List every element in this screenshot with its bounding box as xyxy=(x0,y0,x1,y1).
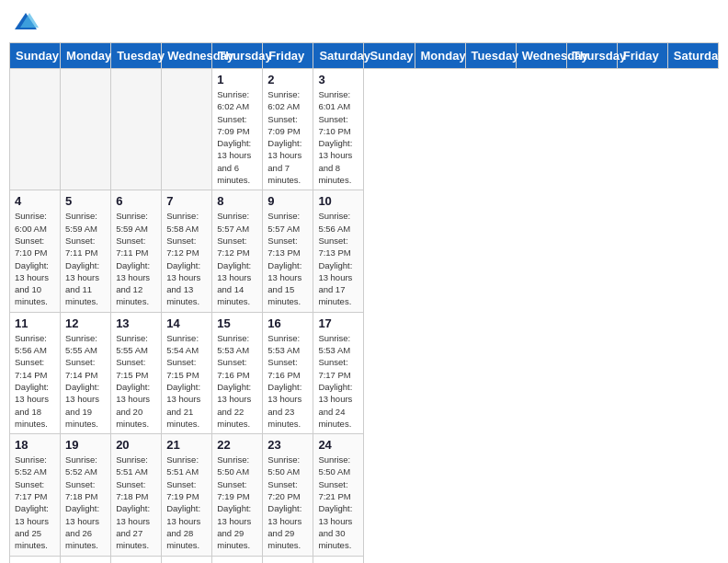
calendar-week-row: 18Sunrise: 5:52 AM Sunset: 7:17 PM Dayli… xyxy=(10,434,719,556)
cell-details: Sunrise: 5:55 AM Sunset: 7:15 PM Dayligh… xyxy=(116,332,156,430)
day-number: 17 xyxy=(318,316,358,330)
cell-details: Sunrise: 6:02 AM Sunset: 7:09 PM Dayligh… xyxy=(267,88,308,186)
cell-details: Sunrise: 5:53 AM Sunset: 7:17 PM Dayligh… xyxy=(318,332,358,430)
day-number: 10 xyxy=(318,194,358,208)
cell-details: Sunrise: 5:59 AM Sunset: 7:11 PM Dayligh… xyxy=(65,210,106,307)
calendar-cell: 11Sunrise: 5:56 AM Sunset: 7:14 PM Dayli… xyxy=(10,312,61,433)
cell-details: Sunrise: 5:56 AM Sunset: 7:13 PM Dayligh… xyxy=(318,210,358,307)
cell-details: Sunrise: 5:50 AM Sunset: 7:20 PM Dayligh… xyxy=(267,454,308,551)
cell-details: Sunrise: 5:59 AM Sunset: 7:11 PM Dayligh… xyxy=(116,210,156,307)
day-number: 4 xyxy=(15,194,55,208)
calendar-table: SundayMondayTuesdayWednesdayThursdayFrid… xyxy=(9,42,719,563)
calendar-week-row: 4Sunrise: 6:00 AM Sunset: 7:10 PM Daylig… xyxy=(10,190,719,312)
cell-details: Sunrise: 5:52 AM Sunset: 7:17 PM Dayligh… xyxy=(15,454,55,551)
cell-details: Sunrise: 5:52 AM Sunset: 7:18 PM Dayligh… xyxy=(65,454,106,551)
cell-details: Sunrise: 5:58 AM Sunset: 7:12 PM Dayligh… xyxy=(166,210,207,307)
calendar-cell: 14Sunrise: 5:54 AM Sunset: 7:15 PM Dayli… xyxy=(162,312,212,433)
calendar-cell xyxy=(111,69,162,190)
logo-icon xyxy=(13,9,39,35)
calendar-cell xyxy=(10,69,61,190)
day-number: 30 xyxy=(267,560,308,564)
calendar-cell: 13Sunrise: 5:55 AM Sunset: 7:15 PM Dayli… xyxy=(111,312,162,433)
day-number: 22 xyxy=(217,438,257,452)
calendar-cell: 27Sunrise: 5:49 AM Sunset: 7:22 PM Dayli… xyxy=(111,556,162,563)
day-header-thursday: Thursday xyxy=(566,43,617,69)
calendar-cell: 8Sunrise: 5:57 AM Sunset: 7:12 PM Daylig… xyxy=(212,190,263,312)
day-header-wednesday: Wednesday xyxy=(162,43,212,69)
calendar-cell: 28Sunrise: 5:49 AM Sunset: 7:23 PM Dayli… xyxy=(162,556,212,563)
calendar-cell: 12Sunrise: 5:55 AM Sunset: 7:14 PM Dayli… xyxy=(61,312,111,433)
day-header-tuesday: Tuesday xyxy=(465,43,516,69)
cell-details: Sunrise: 5:57 AM Sunset: 7:12 PM Dayligh… xyxy=(217,210,257,307)
calendar-cell: 16Sunrise: 5:53 AM Sunset: 7:16 PM Dayli… xyxy=(263,312,313,433)
day-header-saturday: Saturday xyxy=(667,43,718,69)
calendar-cell: 5Sunrise: 5:59 AM Sunset: 7:11 PM Daylig… xyxy=(61,190,111,312)
cell-details: Sunrise: 6:00 AM Sunset: 7:10 PM Dayligh… xyxy=(15,210,55,307)
cell-details: Sunrise: 5:54 AM Sunset: 7:15 PM Dayligh… xyxy=(166,332,207,430)
day-number: 29 xyxy=(217,560,257,564)
calendar-cell: 3Sunrise: 6:01 AM Sunset: 7:10 PM Daylig… xyxy=(313,69,364,190)
day-number: 31 xyxy=(318,560,358,564)
calendar-cell: 2Sunrise: 6:02 AM Sunset: 7:09 PM Daylig… xyxy=(263,69,313,190)
calendar-cell: 6Sunrise: 5:59 AM Sunset: 7:11 PM Daylig… xyxy=(111,190,162,312)
calendar-cell: 30Sunrise: 5:48 AM Sunset: 7:23 PM Dayli… xyxy=(263,556,313,563)
calendar-cell: 25Sunrise: 5:49 AM Sunset: 7:21 PM Dayli… xyxy=(10,556,61,563)
day-number: 9 xyxy=(267,194,308,208)
day-number: 14 xyxy=(166,316,207,330)
cell-details: Sunrise: 5:51 AM Sunset: 7:19 PM Dayligh… xyxy=(166,454,207,551)
day-number: 20 xyxy=(116,438,156,452)
day-header-monday: Monday xyxy=(415,43,465,69)
day-number: 5 xyxy=(65,194,106,208)
calendar-cell xyxy=(162,69,212,190)
cell-details: Sunrise: 5:50 AM Sunset: 7:19 PM Dayligh… xyxy=(217,454,257,551)
cell-details: Sunrise: 5:50 AM Sunset: 7:21 PM Dayligh… xyxy=(318,454,358,551)
day-number: 7 xyxy=(166,194,207,208)
calendar-cell: 23Sunrise: 5:50 AM Sunset: 7:20 PM Dayli… xyxy=(263,434,313,556)
cell-details: Sunrise: 6:01 AM Sunset: 7:10 PM Dayligh… xyxy=(318,88,358,186)
day-number: 24 xyxy=(318,438,358,452)
calendar-cell: 17Sunrise: 5:53 AM Sunset: 7:17 PM Dayli… xyxy=(313,312,364,433)
day-header-thursday: Thursday xyxy=(212,43,263,69)
calendar-cell: 10Sunrise: 5:56 AM Sunset: 7:13 PM Dayli… xyxy=(313,190,364,312)
calendar-cell: 26Sunrise: 5:49 AM Sunset: 7:22 PM Dayli… xyxy=(61,556,111,563)
day-header-friday: Friday xyxy=(617,43,667,69)
calendar-cell: 1Sunrise: 6:02 AM Sunset: 7:09 PM Daylig… xyxy=(212,69,263,190)
cell-details: Sunrise: 5:56 AM Sunset: 7:14 PM Dayligh… xyxy=(15,332,55,430)
calendar-cell: 15Sunrise: 5:53 AM Sunset: 7:16 PM Dayli… xyxy=(212,312,263,433)
calendar-cell: 19Sunrise: 5:52 AM Sunset: 7:18 PM Dayli… xyxy=(61,434,111,556)
day-header-sunday: Sunday xyxy=(364,43,415,69)
day-number: 23 xyxy=(267,438,308,452)
calendar-cell: 20Sunrise: 5:51 AM Sunset: 7:18 PM Dayli… xyxy=(111,434,162,556)
cell-details: Sunrise: 5:53 AM Sunset: 7:16 PM Dayligh… xyxy=(217,332,257,430)
day-number: 26 xyxy=(65,560,106,564)
calendar-cell: 31Sunrise: 5:48 AM Sunset: 7:24 PM Dayli… xyxy=(313,556,364,563)
cell-details: Sunrise: 6:02 AM Sunset: 7:09 PM Dayligh… xyxy=(217,88,257,186)
day-number: 15 xyxy=(217,316,257,330)
day-number: 12 xyxy=(65,316,106,330)
calendar-header-row: SundayMondayTuesdayWednesdayThursdayFrid… xyxy=(10,43,719,69)
page-header xyxy=(9,9,719,35)
day-header-friday: Friday xyxy=(263,43,313,69)
day-number: 6 xyxy=(116,194,156,208)
calendar-cell: 4Sunrise: 6:00 AM Sunset: 7:10 PM Daylig… xyxy=(10,190,61,312)
day-number: 8 xyxy=(217,194,257,208)
day-number: 2 xyxy=(267,73,308,86)
calendar-week-row: 1Sunrise: 6:02 AM Sunset: 7:09 PM Daylig… xyxy=(10,69,719,190)
day-header-monday: Monday xyxy=(61,43,111,69)
calendar-cell: 9Sunrise: 5:57 AM Sunset: 7:13 PM Daylig… xyxy=(263,190,313,312)
day-number: 3 xyxy=(318,73,358,86)
calendar-week-row: 25Sunrise: 5:49 AM Sunset: 7:21 PM Dayli… xyxy=(10,556,719,563)
day-number: 28 xyxy=(166,560,207,564)
calendar-cell xyxy=(61,69,111,190)
logo xyxy=(13,9,40,35)
cell-details: Sunrise: 5:57 AM Sunset: 7:13 PM Dayligh… xyxy=(267,210,308,307)
calendar-cell: 18Sunrise: 5:52 AM Sunset: 7:17 PM Dayli… xyxy=(10,434,61,556)
calendar-cell: 29Sunrise: 5:48 AM Sunset: 7:23 PM Dayli… xyxy=(212,556,263,563)
calendar-week-row: 11Sunrise: 5:56 AM Sunset: 7:14 PM Dayli… xyxy=(10,312,719,433)
day-number: 16 xyxy=(267,316,308,330)
calendar-cell: 24Sunrise: 5:50 AM Sunset: 7:21 PM Dayli… xyxy=(313,434,364,556)
day-header-saturday: Saturday xyxy=(313,43,364,69)
cell-details: Sunrise: 5:55 AM Sunset: 7:14 PM Dayligh… xyxy=(65,332,106,430)
day-header-wednesday: Wednesday xyxy=(516,43,566,69)
day-number: 21 xyxy=(166,438,207,452)
